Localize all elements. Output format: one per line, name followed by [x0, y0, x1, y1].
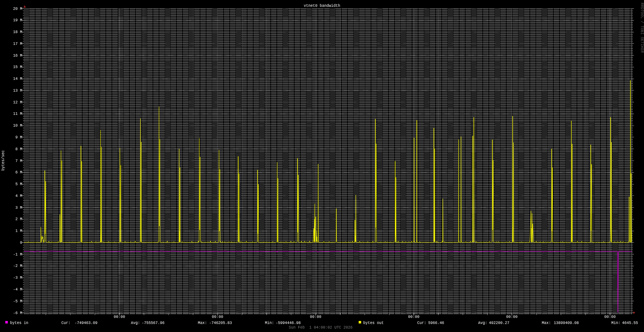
- svg-text:6 M: 6 M: [15, 170, 22, 175]
- svg-text:11 M: 11 M: [13, 112, 22, 116]
- svg-text:Max:: Max:: [542, 321, 551, 325]
- svg-text:-5 M: -5 M: [13, 299, 22, 303]
- svg-text:-3 M: -3 M: [13, 276, 22, 280]
- svg-text:bytes out: bytes out: [363, 321, 384, 325]
- svg-text:4645.55: 4645.55: [622, 321, 638, 325]
- svg-text:vtnet0 bandwidth: vtnet0 bandwidth: [304, 4, 340, 8]
- svg-text:9 M: 9 M: [15, 135, 22, 140]
- svg-text:00:00: 00:00: [604, 315, 616, 319]
- svg-text:17 M: 17 M: [13, 42, 22, 46]
- svg-text:16 M: 16 M: [13, 54, 22, 58]
- svg-text:00:00: 00:00: [408, 315, 419, 319]
- svg-text:18 M: 18 M: [13, 30, 22, 34]
- svg-text:-755567.96: -755567.96: [142, 321, 165, 325]
- svg-text:14 M: 14 M: [13, 77, 22, 81]
- svg-text:00:00: 00:00: [212, 315, 223, 319]
- svg-text:13 M: 13 M: [13, 89, 22, 93]
- svg-text:4 M: 4 M: [15, 194, 22, 198]
- svg-text:Cur:: Cur:: [62, 321, 71, 325]
- svg-text:0: 0: [20, 241, 22, 245]
- svg-text:bytes/sec: bytes/sec: [1, 150, 5, 171]
- svg-text:12 M: 12 M: [13, 100, 22, 105]
- svg-text:5966.46: 5966.46: [428, 321, 444, 325]
- svg-text:Min:: Min:: [611, 321, 620, 325]
- svg-text:2 M: 2 M: [15, 217, 22, 221]
- svg-text:-1 M: -1 M: [13, 253, 22, 257]
- svg-text:8 M: 8 M: [15, 147, 22, 151]
- svg-text:-2 M: -2 M: [13, 264, 22, 268]
- svg-text:-4 M: -4 M: [13, 288, 22, 292]
- svg-text:7 M: 7 M: [15, 159, 22, 163]
- svg-text:19 M: 19 M: [13, 18, 22, 22]
- svg-text:Sun Feb 1 04:00:02 UTC 2026: Sun Feb 1 04:00:02 UTC 2026: [289, 326, 353, 330]
- svg-text:3 M: 3 M: [15, 206, 22, 210]
- svg-text:Cur:: Cur:: [417, 321, 426, 325]
- svg-text:-6 M: -6 M: [13, 311, 22, 315]
- svg-text:Avg:: Avg:: [478, 321, 487, 325]
- svg-text:-746205.83: -746205.83: [209, 321, 232, 325]
- svg-text:Min:: Min:: [265, 321, 274, 325]
- svg-text:00:00: 00:00: [506, 315, 517, 319]
- svg-text:RRDTOOL / TOBI OETIKER: RRDTOOL / TOBI OETIKER: [640, 3, 644, 53]
- svg-text:Max:: Max:: [198, 321, 207, 325]
- svg-text:5 M: 5 M: [15, 182, 22, 186]
- svg-text:10 M: 10 M: [13, 124, 22, 128]
- svg-text:00:00: 00:00: [114, 315, 125, 319]
- svg-text:-749463.09: -749463.09: [74, 321, 97, 325]
- svg-text:15 M: 15 M: [13, 65, 22, 69]
- svg-text:Avg:: Avg:: [131, 321, 140, 325]
- svg-text:bytes in: bytes in: [10, 321, 28, 325]
- svg-text:1 M: 1 M: [15, 229, 22, 233]
- svg-text:00:00: 00:00: [310, 315, 321, 319]
- svg-text:492200.27: 492200.27: [489, 321, 510, 325]
- svg-text:-5994446.98: -5994446.98: [276, 321, 301, 325]
- svg-text:13899409.08: 13899409.08: [554, 321, 579, 325]
- svg-text:20 M: 20 M: [13, 7, 22, 11]
